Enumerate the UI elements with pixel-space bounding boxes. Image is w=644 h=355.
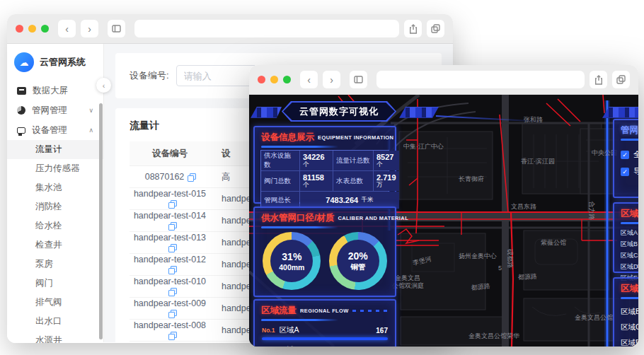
stat-value: 8527个 [374,151,399,170]
sidebar-toggle-icon[interactable] [108,20,125,37]
map-label: 公馆双涧庭 [392,282,424,289]
dashboard-title: 云管网数字可视化 [283,103,395,120]
sidebar-item-exhaust-valve[interactable]: 排气阀 [7,293,103,312]
panel-pipe-layers: 管网图 ✓ 全选 ✓ 导入 [613,119,638,198]
copy-icon[interactable] [168,332,176,339]
panel-regional-flow-list: 区域流 区域B 区域C 区域D 区域 [613,277,638,347]
header-decoration-far-right [602,107,638,118]
sidebar-item-fire-hydrant[interactable]: 消防栓 [7,197,103,216]
chevron-down-icon: ∨ [88,107,93,114]
panel-title-en: REGIONAL FLOW [300,308,349,314]
map-label: 金奥文昌 [395,274,420,281]
sidebar-collapse-button[interactable]: ‹ [96,78,111,93]
copy-icon[interactable] [168,310,176,317]
header-decoration-line [436,115,542,122]
legend-item: 区域B [614,238,638,249]
minimize-button[interactable] [270,76,278,83]
forward-icon[interactable]: › [81,20,98,37]
sidebar-item-inspection-well[interactable]: 检查井 [7,235,103,255]
address-bar[interactable] [376,71,585,88]
back-icon[interactable]: ‹ [58,20,76,37]
sidebar-scrollbar[interactable] [99,103,103,339]
sidebar: ☁ 云管网系统 ‹ 数据大屏 管网管理 ∨ 设备管理 ∧ [7,44,104,342]
axis-zero-label: 0 [637,263,638,269]
title-underline [261,146,338,148]
donut-chart-material: 20% 铜管 [329,232,387,290]
share-icon[interactable] [590,71,607,88]
map-label: 香江·滨江园 [521,158,555,165]
chevron-up-icon: ∧ [88,127,93,134]
map-label: 紫薇公馆 [541,239,566,246]
sidebar-toggle-icon[interactable] [350,71,367,88]
browser-chrome: ‹ › [249,65,638,95]
fullscreen-button[interactable] [283,76,291,83]
screen-icon [17,87,26,95]
list-item: 区域D [614,332,638,347]
map-road-label: 砚都路 [507,248,514,268]
dashboard: 5 张和路 中集·江广中心 香江·滨江园 中央公园 长青御府 文昌东路 合力路 … [249,95,638,347]
browser-chrome: ‹ › [7,14,453,44]
address-bar[interactable] [134,20,399,37]
copy-icon[interactable] [188,173,195,180]
header-decoration-left [251,107,282,118]
copy-icon[interactable] [168,244,176,251]
checkbox-checked-icon[interactable]: ✓ [621,168,629,176]
fullscreen-button[interactable] [41,25,49,33]
minimize-button[interactable] [28,25,36,33]
dashboard-header: 云管网数字可视化 [249,98,638,128]
sidebar-item-pump-house[interactable]: 泵房 [7,255,103,274]
sidebar-item-data-screen[interactable]: 数据大屏 [7,81,103,100]
sidebar-item-water-well[interactable]: 水源井 [7,331,103,343]
map-road-label: 文昌东路 [511,203,536,210]
sidebar-item-outlet[interactable]: 出水口 [7,312,103,331]
title-underline [261,319,338,321]
forward-icon[interactable]: › [323,71,340,88]
stat-value: 2.719万 [374,171,399,191]
dashboard-title-badge: 云管网数字可视化 [282,101,396,122]
list-item: 区域B [614,301,638,317]
sidebar-item-valve[interactable]: 阀门 [7,274,103,293]
layer-option[interactable]: ✓ 全选 [614,143,638,160]
legend-item: 区域D [614,260,638,272]
pie-icon [17,106,25,115]
copy-icon[interactable] [168,222,176,229]
legend-item: 区域C [614,249,638,260]
sidebar-item-pipe-mgmt[interactable]: 管网管理 ∨ [7,100,103,120]
panel-caliber-material: 供水管网口径/材质 CALIBER AND MATERIAL 31% 400mm… [253,206,396,297]
layer-option[interactable]: ✓ 导入 [614,160,638,177]
browser-window-dashboard: ‹ › [249,65,638,347]
close-button[interactable] [258,76,265,83]
panel-title-cn: 区域流 [621,283,638,295]
sidebar-item-flowmeter[interactable]: 流量计 [7,140,103,159]
close-button[interactable] [16,25,23,33]
panel-title-cn: 区域流量 [261,305,297,317]
sidebar-item-water-hydrant[interactable]: 给水栓 [7,216,103,235]
sidebar-item-device-mgmt[interactable]: 设备管理 ∧ [7,120,103,140]
share-icon[interactable] [404,20,422,37]
donut-chart-caliber: 31% 400mm [263,232,321,290]
title-underline [621,139,638,141]
map-road-label: 都源路 [518,273,537,281]
stat-value: 81158个 [300,171,333,191]
legend-item: 区域A [614,226,638,238]
tabs-copy-icon[interactable] [612,71,630,88]
sidebar-item-sump[interactable]: 集水池 [7,178,103,197]
panel-regional-flow: 区域流量 REGIONAL FLOW No.1 区域A 167 No.2 区域C… [253,299,396,347]
copy-icon[interactable] [168,200,176,207]
app-title: 云管网系统 [40,56,86,69]
flow-row: No.1 区域A 167 [255,323,395,337]
panel-equipment-info: 设备信息展示 EQUIPMENT INFORMATION 供水设施数 34226… [253,126,396,204]
panel-title-en: EQUIPMENT INFORMATION [318,134,393,141]
back-icon[interactable]: ‹ [300,71,318,88]
map-label: 扬州金奥中心 [459,252,497,260]
flow-progress-bar [262,337,388,340]
copy-icon[interactable] [168,288,176,295]
map-road-label: 合力路 [588,201,595,220]
checkbox-checked-icon[interactable]: ✓ [621,151,629,159]
sidebar-item-pressure-sensor[interactable]: 压力传感器 [7,159,103,178]
tabs-copy-icon[interactable] [427,20,444,37]
app-logo-row: ☁ 云管网系统 [7,44,103,78]
panel-title-cn: 供水管网口径/材质 [261,212,334,224]
panel-regional-peak: 区域峰 区域A 区域B 区域C 区域D 区域E 0 [613,202,638,273]
copy-icon[interactable] [168,266,176,273]
